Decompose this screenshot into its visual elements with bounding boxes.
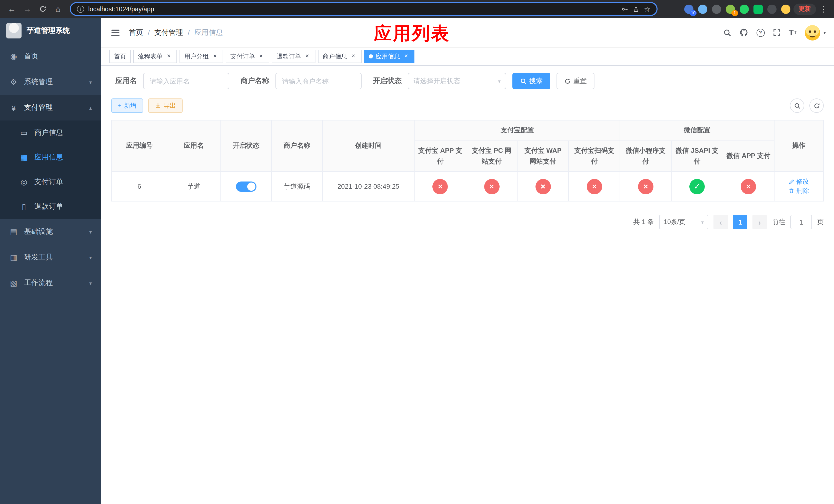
browser-back-button[interactable]: ← xyxy=(5,2,19,16)
fullscreen-button[interactable] xyxy=(773,29,781,37)
browser-forward-button[interactable]: → xyxy=(21,2,34,16)
logo-title: 芋道管理系统 xyxy=(27,26,70,36)
header-search-button[interactable] xyxy=(723,28,731,37)
address-bar[interactable]: i localhost:1024/pay/app ☆ xyxy=(70,2,658,16)
chevron-down-icon: ▾ xyxy=(701,219,704,225)
col-status: 开启状态 xyxy=(221,120,272,171)
wechat-jsapi-status-icon: ✓ xyxy=(689,179,705,194)
tab-close-icon[interactable]: × xyxy=(304,53,311,60)
download-icon xyxy=(155,102,161,109)
password-key-icon[interactable] xyxy=(621,5,629,13)
sidebar-item-label: 商户信息 xyxy=(35,128,63,137)
user-avatar-menu[interactable]: ▾ xyxy=(805,25,826,40)
add-button[interactable]: + 新增 xyxy=(111,98,143,113)
next-page-button[interactable]: › xyxy=(752,215,767,229)
tab-app-info[interactable]: 应用信息 × xyxy=(364,50,414,63)
tab-close-icon[interactable]: × xyxy=(165,53,172,60)
browser-update-button[interactable]: 更新 xyxy=(793,3,816,15)
font-size-button[interactable]: TT xyxy=(789,28,797,37)
breadcrumb-home[interactable]: 首页 xyxy=(129,28,143,37)
export-button[interactable]: 导出 xyxy=(148,98,182,113)
enabled-toggle[interactable] xyxy=(236,181,257,191)
page-size-select[interactable]: 10条/页 ▾ xyxy=(659,215,708,229)
tab-label: 首页 xyxy=(114,52,126,61)
browser-home-button[interactable]: ⌂ xyxy=(51,2,65,16)
col-alipay-qr: 支付宝扫码支付 xyxy=(569,141,620,171)
extension-green-square-icon[interactable] xyxy=(753,4,763,14)
wechat-mini-status-icon: × xyxy=(638,179,654,194)
sidebar-item-merchant-info[interactable]: ▭ 商户信息 xyxy=(0,120,101,145)
col-created: 创建时间 xyxy=(322,120,415,171)
col-wechat-app: 微信 APP 支付 xyxy=(723,141,774,171)
tab-label: 用户分组 xyxy=(184,52,209,61)
browser-menu-icon[interactable]: ⋮ xyxy=(818,4,829,14)
goto-suffix: 页 xyxy=(817,217,824,227)
prev-page-button[interactable]: ‹ xyxy=(714,215,728,229)
extension-green-circle-icon[interactable] xyxy=(740,4,749,14)
toggle-search-button[interactable] xyxy=(790,98,804,113)
browser-chrome: ← → ⌂ i localhost:1024/pay/app ☆ 101 更新 … xyxy=(0,0,834,18)
breadcrumb-payment[interactable]: 支付管理 xyxy=(154,28,183,37)
search-button[interactable]: 搜索 xyxy=(512,73,550,89)
sidebar-toggle-button[interactable] xyxy=(109,26,122,39)
site-info-icon[interactable]: i xyxy=(77,5,84,13)
logo-avatar xyxy=(6,23,22,39)
tab-home[interactable]: 首页 xyxy=(109,50,131,63)
chevron-down-icon: ▾ xyxy=(89,255,92,260)
tab-close-icon[interactable]: × xyxy=(403,53,410,60)
avatar xyxy=(805,25,820,40)
app-name-label: 应用名 xyxy=(115,76,137,86)
delete-button[interactable]: 删除 xyxy=(789,186,809,195)
sidebar-item-app-info[interactable]: ▦ 应用信息 xyxy=(0,145,101,170)
merchant-name-input[interactable] xyxy=(276,73,361,89)
page-number-current[interactable]: 1 xyxy=(733,215,747,229)
tab-merchant-info[interactable]: 商户信息 × xyxy=(318,50,361,63)
extension-blue-badge-icon[interactable]: 10 xyxy=(684,4,694,14)
merchant-name-label: 商户名称 xyxy=(241,76,269,86)
chevron-down-icon: ▾ xyxy=(89,280,92,286)
sidebar-item-workflow[interactable]: ▧ 工作流程 ▾ xyxy=(0,270,101,296)
extension-dark-circle-icon[interactable] xyxy=(712,4,721,14)
gear-icon: ⚙ xyxy=(9,77,18,87)
table-toolbar: + 新增 导出 xyxy=(111,98,824,113)
refresh-table-button[interactable] xyxy=(809,98,824,113)
sidebar-item-payment[interactable]: ¥ 支付管理 ▴ xyxy=(0,95,101,120)
extension-pin-icon[interactable] xyxy=(767,4,776,14)
sidebar-item-pay-order[interactable]: ◎ 支付订单 xyxy=(0,170,101,194)
tab-refund-order[interactable]: 退款订单 × xyxy=(272,50,315,63)
help-button[interactable]: ? xyxy=(756,28,765,37)
app-name-input[interactable] xyxy=(143,73,229,89)
extension-drop-icon[interactable] xyxy=(698,4,707,14)
sidebar-item-infrastructure[interactable]: ▤ 基础设施 ▾ xyxy=(0,219,101,245)
tab-close-icon[interactable]: × xyxy=(258,53,265,60)
sidebar-item-dev-tools[interactable]: ▥ 研发工具 ▾ xyxy=(0,245,101,270)
reset-button-label: 重置 xyxy=(573,76,587,86)
goto-page-input[interactable] xyxy=(790,215,812,229)
tab-label: 支付订单 xyxy=(230,52,255,61)
github-button[interactable] xyxy=(739,28,748,37)
bookmark-star-icon[interactable]: ☆ xyxy=(644,5,650,13)
card-icon: ▭ xyxy=(20,128,28,137)
page-title-annotation: 应用列表 xyxy=(374,22,450,46)
reset-button[interactable]: 重置 xyxy=(556,73,594,89)
col-group-alipay: 支付宝配置 xyxy=(415,120,620,141)
app-table: 应用编号 应用名 开启状态 商户名称 创建时间 支付宝配置 微信配置 操作 支付… xyxy=(111,120,824,202)
tab-user-group[interactable]: 用户分组 × xyxy=(179,50,223,63)
sidebar-item-system[interactable]: ⚙ 系统管理 ▾ xyxy=(0,69,101,95)
add-button-label: 新增 xyxy=(124,101,136,110)
browser-reload-button[interactable] xyxy=(36,2,49,16)
extension-smiley-icon[interactable] xyxy=(781,4,790,14)
share-icon[interactable] xyxy=(633,5,640,13)
edit-button[interactable]: 修改 xyxy=(789,177,809,186)
tab-pay-order[interactable]: 支付订单 × xyxy=(226,50,269,63)
status-select[interactable]: 请选择开启状态 ▾ xyxy=(408,73,506,89)
page-content: 应用名 商户名称 开启状态 请选择开启状态 ▾ 搜索 重置 xyxy=(101,66,834,504)
sidebar-item-label: 支付管理 xyxy=(24,103,53,112)
refresh-icon xyxy=(564,78,571,84)
tab-close-icon[interactable]: × xyxy=(211,53,219,60)
sidebar-item-refund-order[interactable]: ▯ 退款订单 xyxy=(0,194,101,219)
tab-process-form[interactable]: 流程表单 × xyxy=(133,50,177,63)
sidebar-item-home[interactable]: ◉ 首页 xyxy=(0,44,101,69)
tab-close-icon[interactable]: × xyxy=(350,53,357,60)
extension-green-avatar-icon[interactable]: 1 xyxy=(726,4,735,14)
